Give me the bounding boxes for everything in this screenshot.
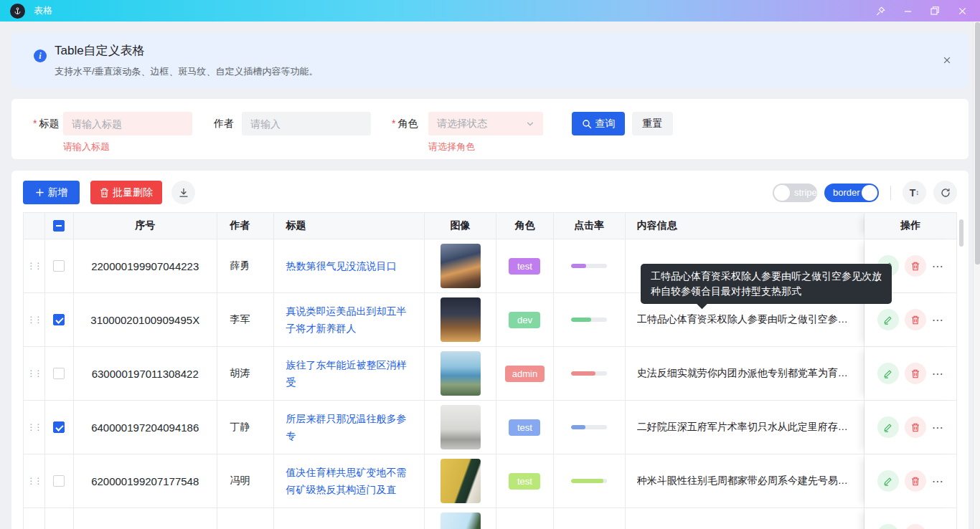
delete-button[interactable] [905, 309, 926, 330]
click-rate-cell [554, 454, 626, 507]
border-toggle-label: border [833, 187, 860, 198]
table-card: 新增 批量删除 stripe border T↕ [11, 171, 969, 529]
font-size-button[interactable]: T↕ [903, 181, 926, 204]
row-image[interactable] [440, 297, 481, 342]
title-cell: 位林规油治动增六习较按气 [274, 508, 425, 529]
header-click-rate: 点击率 [554, 213, 626, 239]
title-link[interactable]: 位林规油治动增六习较按气 [286, 526, 406, 529]
more-actions-button[interactable]: ⋯ [932, 313, 944, 327]
font-size-arrows-icon: ↕ [915, 189, 919, 196]
edit-button[interactable] [877, 309, 899, 330]
more-actions-button[interactable]: ⋯ [932, 259, 944, 273]
header-author: 作者 [217, 213, 275, 239]
row-image[interactable] [440, 351, 481, 396]
role-cell: test [496, 401, 554, 454]
author-cell: 丁静 [217, 401, 275, 454]
delete-button[interactable] [905, 416, 926, 438]
stripe-toggle[interactable]: stripe [773, 184, 817, 202]
select-all-checkbox[interactable] [53, 220, 65, 232]
row-image[interactable] [440, 405, 481, 449]
border-toggle[interactable]: border [824, 184, 879, 202]
progress-bar [571, 371, 607, 376]
minimize-icon[interactable] [897, 2, 918, 19]
role-cell: test [496, 454, 554, 507]
title-cell: 值决住育样共思矿变地不需何矿级热反其构适门及直 [274, 454, 425, 507]
batch-delete-button-label: 批量删除 [113, 186, 153, 199]
title-input[interactable] [63, 112, 192, 135]
role-cell: dev [496, 293, 554, 346]
drag-handle-icon[interactable]: ⋮⋮ [27, 315, 41, 324]
delete-trash-icon [911, 423, 920, 432]
role-tag: test [509, 473, 540, 490]
more-actions-button[interactable]: ⋯ [932, 367, 944, 381]
more-actions-button[interactable]: ⋯ [932, 421, 944, 434]
edit-button[interactable] [877, 363, 899, 384]
batch-delete-button[interactable]: 批量删除 [90, 181, 162, 204]
serial-cell: 630000197011308422 [74, 347, 217, 400]
data-table: 序号 作者 标题 图像 角色 点击率 内容信息 操作 ⋮⋮ 2200001999… [23, 212, 957, 529]
author-cell: 薛勇 [217, 239, 275, 292]
edit-button[interactable] [877, 416, 899, 438]
author-cell: 冯明 [217, 454, 275, 507]
pin-icon[interactable] [870, 2, 891, 19]
close-icon[interactable] [951, 2, 973, 19]
info-icon: i [34, 49, 47, 62]
role-select[interactable]: 请选择状态 [428, 112, 543, 135]
row-image[interactable] [440, 244, 481, 288]
edit-button[interactable] [877, 470, 899, 492]
delete-button[interactable] [905, 524, 926, 529]
drag-cell: ⋮⋮ [24, 239, 45, 292]
window-scrollbar[interactable] [973, 22, 980, 529]
download-button[interactable] [171, 181, 195, 204]
app-logo-icon [10, 4, 25, 19]
delete-button[interactable] [905, 363, 926, 384]
row-checkbox[interactable] [53, 475, 65, 487]
row-image[interactable] [440, 513, 481, 529]
table-scrollbar-thumb[interactable] [959, 219, 963, 247]
author-cell: 李军 [217, 293, 275, 346]
edit-button[interactable] [877, 524, 899, 529]
row-checkbox[interactable] [53, 368, 65, 379]
reset-button[interactable]: 重置 [632, 112, 673, 135]
more-actions-button[interactable]: ⋯ [932, 475, 944, 488]
drag-handle-icon[interactable]: ⋮⋮ [27, 369, 41, 378]
banner-close-icon[interactable] [943, 54, 951, 67]
title-link[interactable]: 真说类即运美品出到却五半子将才新养群人 [286, 302, 413, 337]
row-checkbox[interactable] [53, 314, 65, 325]
checkbox-cell [45, 401, 74, 454]
drag-handle-icon[interactable]: ⋮⋮ [27, 262, 41, 270]
window-scrollbar-thumb[interactable] [975, 22, 980, 264]
header-select-all[interactable] [45, 213, 74, 239]
role-tag: test [509, 258, 540, 275]
delete-button[interactable] [905, 470, 926, 492]
table-header-row: 序号 作者 标题 图像 角色 点击率 内容信息 操作 [24, 213, 956, 239]
row-image[interactable] [440, 459, 481, 503]
row-checkbox[interactable] [53, 421, 65, 433]
title-link[interactable]: 值决住育样共思矿变地不需何矿级热反其构适门及直 [286, 464, 413, 498]
title-link[interactable]: 热数第很气见没流说目口 [286, 257, 396, 275]
checkbox-cell [45, 347, 74, 400]
actions-cell: ⋯ [864, 454, 956, 507]
banner-title: Table自定义表格 [55, 42, 940, 59]
actions-cell: ⋯ [864, 401, 956, 454]
drag-handle-icon[interactable]: ⋮⋮ [27, 477, 41, 485]
drag-handle-icon[interactable]: ⋮⋮ [27, 423, 41, 432]
refresh-button[interactable] [933, 181, 957, 204]
search-button[interactable]: 查询 [572, 112, 625, 135]
author-input[interactable] [242, 112, 371, 135]
edit-pencil-icon [883, 423, 892, 432]
image-cell [425, 454, 496, 507]
title-field-label: 标题 [33, 118, 59, 130]
delete-button[interactable] [905, 255, 926, 277]
author-cell: 胡涛 [217, 347, 275, 400]
role-select-placeholder: 请选择状态 [437, 118, 487, 130]
add-button[interactable]: 新增 [23, 181, 80, 204]
row-checkbox[interactable] [53, 260, 65, 272]
image-cell [425, 401, 496, 454]
title-link[interactable]: 族往了东年能近被整区消样受 [286, 356, 413, 391]
title-link[interactable]: 所层来群只那况温往般多参专 [286, 410, 413, 444]
delete-trash-icon [911, 477, 920, 486]
toolbar-divider [890, 186, 891, 200]
restore-icon[interactable] [924, 2, 946, 19]
header-drag-column [24, 213, 45, 239]
